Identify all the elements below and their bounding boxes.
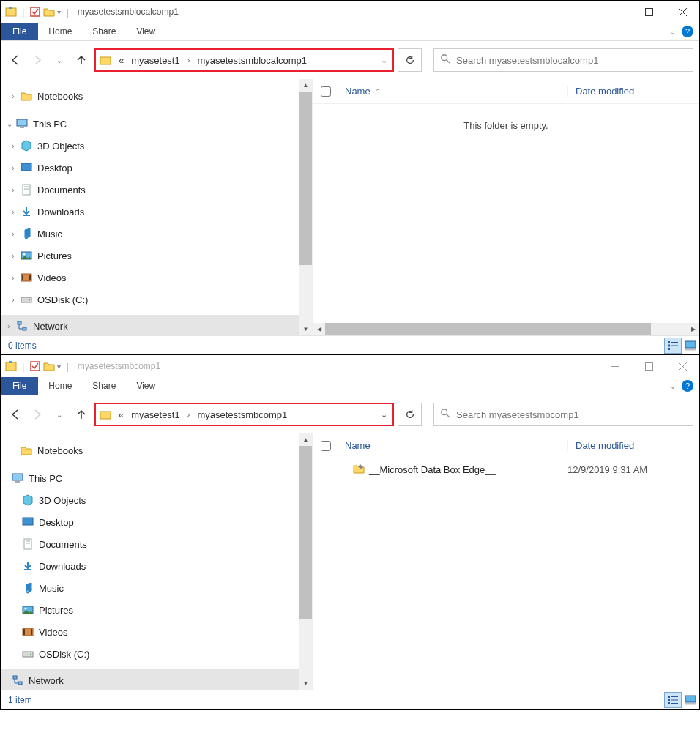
qat-properties-icon[interactable] <box>29 6 41 18</box>
breadcrumb-seg2[interactable]: myasetestsmbcomp1 <box>193 409 291 420</box>
addressbar-dropdown[interactable]: ⌄ <box>375 410 392 420</box>
search-input[interactable] <box>456 55 687 66</box>
tree-network[interactable]: ›Network <box>1 315 299 335</box>
search-box[interactable] <box>433 48 693 72</box>
navpane-scrollbar[interactable]: ▲ ▼ <box>299 79 312 335</box>
tree-desktop[interactable]: ›Desktop <box>1 157 299 179</box>
qat-dropdown-icon[interactable]: ▾ <box>57 8 61 16</box>
tree-videos[interactable]: Videos <box>1 621 299 643</box>
details-view-button[interactable] <box>664 338 682 354</box>
svg-rect-25 <box>23 327 26 330</box>
recent-dropdown[interactable]: ⌄ <box>51 406 68 423</box>
tree-downloads[interactable]: Downloads <box>1 555 299 577</box>
close-button[interactable] <box>666 355 699 377</box>
up-button[interactable] <box>72 406 90 423</box>
desktop-icon <box>20 162 33 174</box>
search-input[interactable] <box>456 409 687 420</box>
tree-pictures[interactable]: ›Pictures <box>1 245 299 267</box>
tree-thispc[interactable]: ⌄This PC <box>1 113 299 135</box>
select-all-checkbox[interactable] <box>321 86 331 97</box>
tree-music[interactable]: ›Music <box>1 223 299 245</box>
chevron-right-icon[interactable]: › <box>184 56 194 64</box>
home-tab[interactable]: Home <box>38 377 82 395</box>
svg-rect-58 <box>13 676 17 679</box>
back-button[interactable] <box>7 406 24 423</box>
file-menu[interactable]: File <box>1 23 38 40</box>
details-view-button[interactable] <box>664 692 682 708</box>
search-box[interactable] <box>433 403 693 426</box>
qat-folder-icon[interactable] <box>43 360 55 372</box>
addressbar-dropdown[interactable]: ⌄ <box>375 56 392 65</box>
scroll-down-icon[interactable]: ▼ <box>299 677 312 690</box>
share-tab[interactable]: Share <box>82 23 126 40</box>
chevron-right-icon[interactable]: › <box>184 410 194 419</box>
icons-view-button[interactable] <box>682 338 699 354</box>
close-button[interactable] <box>666 1 699 23</box>
content-hscrollbar[interactable]: ◀ ▶ <box>313 323 699 335</box>
breadcrumb-prefix[interactable]: « <box>115 409 127 420</box>
expand-ribbon-icon[interactable]: ⌄ <box>670 382 676 390</box>
column-date[interactable]: Date modified <box>567 440 699 451</box>
tree-documents[interactable]: Documents <box>1 533 299 555</box>
qat-properties-icon[interactable] <box>29 360 41 372</box>
select-all-checkbox[interactable] <box>321 441 331 451</box>
svg-rect-26 <box>668 341 670 343</box>
address-bar[interactable]: « myasetest1 › myasetestsmblocalcomp1 ⌄ <box>94 48 394 72</box>
forward-button[interactable] <box>29 406 46 423</box>
column-name[interactable]: Name⌃ <box>339 86 567 97</box>
expand-ribbon-icon[interactable]: ⌄ <box>670 28 676 36</box>
breadcrumb-seg1[interactable]: myasetest1 <box>127 55 183 66</box>
scroll-up-icon[interactable]: ▲ <box>299 79 312 92</box>
home-tab[interactable]: Home <box>38 23 82 40</box>
svg-rect-4 <box>645 8 652 15</box>
scroll-up-icon[interactable]: ▲ <box>299 433 312 446</box>
back-button[interactable] <box>7 51 24 69</box>
tree-thispc[interactable]: This PC <box>1 467 299 489</box>
qat-dropdown-icon[interactable]: ▾ <box>57 362 61 371</box>
column-date[interactable]: Date modified <box>567 86 699 97</box>
empty-message: This folder is empty. <box>313 104 699 131</box>
up-button[interactable] <box>72 51 90 69</box>
help-icon[interactable]: ? <box>682 380 693 392</box>
tree-videos[interactable]: ›Videos <box>1 267 299 288</box>
tree-notebooks[interactable]: ›Notebooks <box>1 85 299 107</box>
tree-desktop[interactable]: Desktop <box>1 511 299 533</box>
icons-view-button[interactable] <box>682 692 699 708</box>
file-menu[interactable]: File <box>1 377 38 395</box>
share-tab[interactable]: Share <box>82 377 126 395</box>
refresh-button[interactable] <box>398 48 422 72</box>
tree-downloads[interactable]: ›Downloads <box>1 201 299 223</box>
scroll-down-icon[interactable]: ▼ <box>299 323 312 335</box>
view-tab[interactable]: View <box>126 377 165 395</box>
tree-3dobjects[interactable]: 3D Objects <box>1 489 299 511</box>
tree-documents[interactable]: ›Documents <box>1 179 299 201</box>
minimize-button[interactable] <box>598 1 632 23</box>
maximize-button[interactable] <box>632 355 666 377</box>
address-bar[interactable]: « myasetest1 › myasetestsmbcomp1 ⌄ <box>94 403 394 426</box>
breadcrumb-seg1[interactable]: myasetest1 <box>127 409 183 420</box>
scroll-left-icon[interactable]: ◀ <box>313 326 325 332</box>
sort-indicator-icon: ⌃ <box>375 88 381 95</box>
forward-button[interactable] <box>29 51 46 69</box>
tree-music[interactable]: Music <box>1 577 299 599</box>
tree-osdisk[interactable]: OSDisk (C:) <box>1 643 299 665</box>
tree-pictures[interactable]: Pictures <box>1 599 299 621</box>
help-icon[interactable]: ? <box>682 26 693 37</box>
maximize-button[interactable] <box>632 1 666 23</box>
view-tab[interactable]: View <box>126 23 165 40</box>
scroll-right-icon[interactable]: ▶ <box>687 326 699 332</box>
tree-3dobjects[interactable]: ›3D Objects <box>1 135 299 157</box>
column-name[interactable]: Name <box>339 440 567 451</box>
tree-osdisk[interactable]: ›OSDisk (C:) <box>1 288 299 310</box>
qat-folder-icon[interactable] <box>43 6 55 18</box>
tree-notebooks[interactable]: Notebooks <box>1 439 299 461</box>
recent-dropdown[interactable]: ⌄ <box>51 51 68 69</box>
minimize-button[interactable] <box>598 355 632 377</box>
file-row[interactable]: __Microsoft Data Box Edge__ 12/9/2019 9:… <box>313 458 699 480</box>
navpane-scrollbar[interactable]: ▲ ▼ <box>299 433 312 690</box>
tree-label: Videos <box>39 627 68 638</box>
breadcrumb-seg2[interactable]: myasetestsmblocalcomp1 <box>193 55 310 66</box>
breadcrumb-prefix[interactable]: « <box>115 55 127 66</box>
refresh-button[interactable] <box>398 403 422 426</box>
tree-network[interactable]: Network <box>1 669 299 690</box>
